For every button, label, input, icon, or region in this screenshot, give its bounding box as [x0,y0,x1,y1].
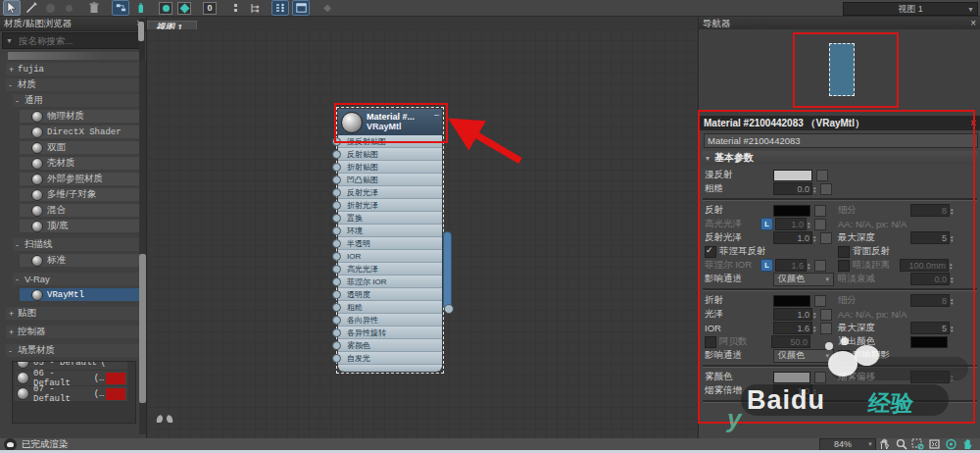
slot-connector-icon[interactable] [332,163,341,172]
diffuse-color-swatch[interactable] [773,170,812,181]
node-slot[interactable]: 置换 [338,212,442,225]
show-background-icon[interactable] [158,1,173,15]
node-slot[interactable]: 半透明 [338,237,442,250]
reflect-affect-channels-dropdown[interactable]: 仅颜色 [773,273,834,286]
slot-connector-icon[interactable] [332,341,341,350]
browser-row[interactable]: 顶/底 [20,220,142,232]
expand-toggle-icon[interactable]: + [9,309,18,319]
slot-connector-icon[interactable] [332,176,341,184]
spinner-arrows-icon[interactable] [813,185,816,193]
node-slot[interactable]: 反射贴图 [338,148,442,161]
scene-material-row[interactable]: 07 - Default (… [15,386,127,401]
reflect-map-button[interactable] [814,205,826,217]
node-slot[interactable]: 折射贴图 [338,161,442,174]
zoom-extents-icon[interactable] [926,438,943,451]
material-browser-toggle-icon[interactable] [271,0,289,16]
expand-toggle-icon[interactable]: - [16,240,24,250]
node-slot[interactable]: IOR [338,250,442,263]
expand-toggle-icon[interactable]: + [9,65,18,75]
browser-row[interactable]: 壳材质 [20,157,142,170]
slot-connector-icon[interactable] [332,277,341,286]
fog-bias-spinner[interactable] [910,371,950,383]
refract-subdivs-spinner[interactable]: 8 [910,294,950,307]
zoom-tool-icon[interactable] [893,438,909,451]
browser-row[interactable]: 混合 [20,204,142,217]
expand-toggle-icon[interactable]: - [16,275,24,284]
slot-connector-icon[interactable] [332,226,341,235]
node-slot[interactable]: 雾颜色 [338,339,442,352]
spinner-arrows-icon[interactable] [951,276,954,283]
assign-material-icon[interactable] [61,1,76,15]
node-canvas[interactable]: Material #... VRayMtl – 漫反射贴图 反射贴图 [147,29,698,438]
spinner-arrows-icon[interactable] [951,325,954,332]
spinner-arrows-icon[interactable] [951,374,954,381]
slot-connector-icon[interactable] [332,265,341,274]
slot-connector-icon[interactable] [332,188,341,197]
reflect-gloss-map-button[interactable] [820,232,832,244]
slot-connector-icon[interactable] [332,354,341,363]
browser-panel-header[interactable]: 材质/贴图浏览器 [0,17,146,31]
parameter-panel-titlebar[interactable]: Material #2100442083 （VRayMtl） [699,116,980,130]
refract-affect-channels-dropdown[interactable]: 仅颜色 [773,349,834,363]
eyedropper-icon[interactable] [24,1,39,15]
spinner-arrows-icon[interactable] [813,325,816,332]
browser-row[interactable]: 物理材质 [20,110,142,123]
material-node[interactable]: Material #... VRayMtl – 漫反射贴图 反射贴图 [336,107,444,374]
fog-color-swatch[interactable] [773,372,810,383]
node-slot[interactable]: 透明度 [338,288,442,301]
close-icon[interactable] [970,118,976,128]
zoom-extents-selected-icon[interactable] [943,438,959,451]
browser-row[interactable] [8,52,142,60]
layout-vertical-icon[interactable] [227,1,243,15]
dim-falloff-spinner[interactable]: 0.0 [910,273,950,285]
slot-connector-icon[interactable] [332,239,341,248]
spinner-arrows-icon[interactable] [951,297,954,305]
browser-row[interactable]: + fujia [6,63,142,76]
fresnel-ior-spinner[interactable]: 1.6 [775,259,807,272]
node-slot[interactable]: 菲涅尔 IOR [338,276,442,288]
material-name-field[interactable] [704,133,978,148]
navigator-canvas[interactable] [699,29,980,116]
dim-distance-spinner[interactable]: 100.0mm [900,259,949,272]
browser-scrollbar[interactable] [139,60,146,434]
refract-color-swatch[interactable] [773,295,810,307]
search-bar[interactable] [2,32,144,49]
roughness-map-button[interactable] [820,183,832,195]
abbe-checkbox[interactable] [705,336,716,348]
expand-toggle-icon[interactable]: - [9,346,18,356]
scrollbar-thumb[interactable] [139,254,146,403]
fog-color-map-button[interactable] [814,372,826,383]
slot-connector-icon[interactable] [332,201,341,210]
parameter-editor-toggle-icon[interactable] [292,0,310,16]
node-slot[interactable]: 粗糙 [338,301,442,314]
roughness-spinner[interactable]: 0.0 [773,182,812,195]
zoom-region-icon[interactable] [909,438,926,451]
spinner-arrows-icon[interactable] [813,387,816,395]
validate-icon[interactable] [132,1,148,15]
slot-connector-icon[interactable] [332,303,341,312]
spinner-arrows-icon[interactable] [813,311,816,319]
view-selector-dropdown[interactable]: 视图 1 ▼ [843,2,978,16]
browser-row[interactable]: - 材质 [6,78,142,91]
navigator-node-thumbnail[interactable] [829,43,855,96]
refract-gloss-map-button[interactable] [820,309,832,321]
fresnel-ior-map-button[interactable] [814,260,826,272]
search-options-icon[interactable] [6,37,13,44]
refract-map-button[interactable] [814,295,826,307]
node-output-connector[interactable] [444,304,454,314]
reflect-gloss-spinner[interactable]: 1.0 [773,231,812,244]
browser-row[interactable]: VRayMtl [20,288,142,301]
browser-row[interactable]: 外部参照材质 [20,173,142,185]
zoom-percent-dropdown[interactable]: 84% ▼ [819,438,876,451]
slot-connector-icon[interactable] [332,290,341,299]
node-slot[interactable]: 自发光 [338,352,442,365]
fog-multiplier-spinner[interactable]: 1.0 [773,384,812,397]
slot-connector-icon[interactable] [332,252,341,261]
spinner-arrows-icon[interactable] [951,234,954,242]
search-input[interactable] [17,34,128,47]
fresnel-checkbox[interactable] [705,246,716,258]
affect-shadows-checkbox[interactable] [838,350,850,362]
pan-to-selected-icon[interactable] [959,438,976,451]
refract-maxdepth-spinner[interactable]: 5 [910,322,950,334]
exit-color-swatch[interactable] [910,336,948,348]
